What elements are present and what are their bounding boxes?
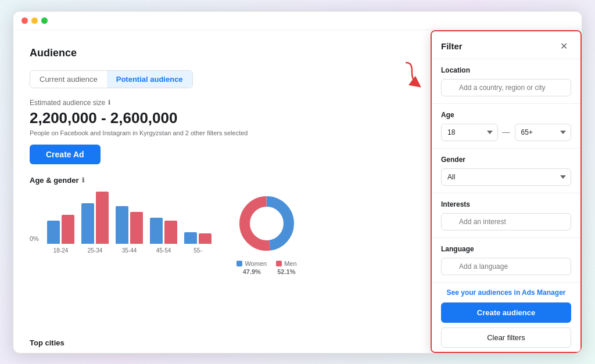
location-input-wrapper: 🔍 (441, 79, 571, 96)
titlebar (13, 12, 582, 30)
legend-women: Women 47.9% (236, 260, 267, 275)
chart-legend: Women 47.9% Men 52.1% (236, 260, 296, 275)
info-icon-chart: ℹ (82, 176, 84, 184)
window-content: Audience ⚙ Filter ⬇ Export ▾ Current aud… (13, 30, 582, 353)
filter-panel: Filter ✕ Location 🔍 Age 13 18 25 (431, 30, 582, 353)
donut-chart: Women 47.9% Men 52.1% (235, 192, 299, 275)
filter-gender-section: Gender All Women Men (432, 149, 580, 193)
bar-label-55: 55- (193, 247, 202, 254)
minimize-dot[interactable] (31, 17, 38, 24)
filter-language-section: Language 🔍 (432, 238, 580, 283)
window-controls (21, 17, 48, 24)
bar-men-18-24 (62, 215, 74, 244)
interests-label: Interests (441, 200, 571, 208)
tab-potential-audience[interactable]: Potential audience (107, 71, 192, 88)
legend-dot-men (276, 261, 282, 266)
bar-women-25-34 (81, 203, 94, 244)
create-audience-button[interactable]: Create audience (441, 302, 571, 323)
filter-age-section: Age 13 18 25 35 45 55 65+ — 18 25 (432, 104, 580, 149)
filter-location-section: Location 🔍 (432, 59, 580, 104)
age-min-select[interactable]: 13 18 25 35 45 55 65+ (441, 124, 498, 141)
bar-group-18-24: 18-24 (47, 215, 74, 254)
filter-footer: See your audiences in Ads Manager Create… (432, 283, 580, 353)
audience-tabs: Current audience Potential audience (30, 70, 193, 88)
legend-dot-women (236, 261, 242, 266)
bar-label-35-44: 35-44 (122, 247, 137, 254)
location-input[interactable] (441, 79, 571, 96)
bar-chart: 0% 18-24 25-34 (30, 192, 212, 254)
create-ad-button[interactable]: Create Ad (30, 145, 101, 164)
bar-group-25-34: 25-34 (81, 192, 109, 254)
gender-select[interactable]: All Women Men (441, 168, 571, 186)
page-title: Audience (30, 47, 77, 59)
legend-men: Men 52.1% (276, 260, 296, 275)
age-label: Age (441, 111, 571, 119)
top-cities-label: Top cities (30, 338, 64, 347)
bar-group-55: 55- (184, 232, 212, 254)
interests-input-wrapper: 🔍 (441, 213, 571, 230)
bar-women-45-54 (150, 218, 163, 244)
maximize-dot[interactable] (41, 17, 48, 24)
tab-current-audience[interactable]: Current audience (30, 71, 107, 88)
app-window: Audience ⚙ Filter ⬇ Export ▾ Current aud… (13, 11, 582, 354)
clear-filters-button[interactable]: Clear filters (441, 327, 571, 348)
bars-35-44 (116, 206, 143, 244)
bar-label-25-34: 25-34 (88, 247, 103, 254)
bar-label-45-54: 45-54 (156, 247, 171, 254)
ads-manager-link[interactable]: See your audiences in Ads Manager (441, 289, 571, 297)
bar-women-35-44 (116, 206, 128, 244)
location-label: Location (441, 66, 571, 74)
language-label: Language (441, 245, 571, 253)
info-icon: ℹ (108, 99, 110, 106)
filter-interests-section: Interests 🔍 (432, 193, 580, 238)
bars-55 (184, 232, 212, 244)
bar-women-55 (184, 232, 197, 244)
language-input-wrapper: 🔍 (441, 258, 571, 275)
language-input[interactable] (441, 258, 571, 275)
filter-title: Filter (441, 41, 463, 51)
bar-men-55 (199, 233, 212, 244)
age-dash: — (503, 128, 510, 136)
close-dot[interactable] (21, 17, 28, 24)
bar-group-45-54: 45-54 (150, 218, 177, 254)
bars-18-24 (47, 215, 74, 244)
bars-45-54 (150, 218, 177, 244)
bar-label-18-24: 18-24 (53, 247, 69, 254)
interests-input[interactable] (441, 213, 571, 230)
bar-men-25-34 (96, 192, 109, 244)
bar-group-35-44: 35-44 (116, 206, 143, 254)
bar-women-18-24 (47, 221, 60, 244)
age-row: 13 18 25 35 45 55 65+ — 18 25 35 45 (441, 124, 571, 141)
gender-label: Gender (441, 156, 571, 164)
bar-men-35-44 (130, 212, 143, 244)
filter-close-button[interactable]: ✕ (557, 39, 571, 53)
bar-men-45-54 (164, 221, 177, 244)
donut-svg (235, 192, 299, 255)
filter-header: Filter ✕ (432, 31, 580, 59)
age-max-select[interactable]: 18 25 35 45 55 65+ (515, 124, 572, 141)
bars-25-34 (81, 192, 109, 244)
